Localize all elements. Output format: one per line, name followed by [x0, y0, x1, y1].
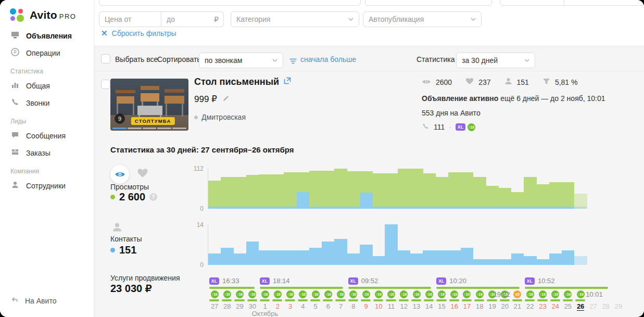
sidebar-item-label: Сотрудники — [26, 182, 66, 190]
date-label: 25 — [561, 302, 574, 310]
date-label: 3 — [284, 302, 297, 310]
date-label: 10 — [372, 302, 385, 310]
contacts-bar — [360, 245, 373, 265]
contacts-bar — [435, 250, 448, 265]
boost-up10-badge: ↑10 — [299, 290, 307, 298]
date-label: 6 — [322, 302, 335, 310]
xl-segment-header: XL16:33 — [209, 277, 239, 285]
views-bar — [423, 173, 436, 209]
xl-start-time: 09:52 — [361, 277, 378, 285]
date-label: 2 — [271, 302, 284, 310]
reset-filters-link[interactable]: ✕ Сбросить фильтры — [101, 29, 176, 38]
views-ymax-label: 112 — [185, 165, 204, 172]
price-from-input[interactable] — [99, 11, 161, 27]
chat-icon — [10, 130, 20, 141]
views-chart — [208, 168, 625, 209]
xl-badge: XL — [525, 277, 535, 285]
boost-day-bar — [323, 299, 333, 301]
boost-up10-badge: ↑10 — [476, 290, 484, 298]
views-overlay-bar — [297, 192, 310, 209]
boost-promo-badge: ↑10 — [468, 123, 475, 131]
listing-title[interactable]: Стол письменный — [194, 77, 279, 87]
sidebar-item-operations[interactable]: ₽ Операции — [0, 44, 94, 61]
boost-day-bar — [424, 299, 434, 301]
boost-day-bar — [209, 299, 219, 301]
favorites-toggle[interactable] — [137, 168, 148, 180]
views-overlay-bar — [360, 193, 373, 209]
views-bar — [562, 182, 575, 209]
sidebar-item-to-avito[interactable]: На Авито — [0, 293, 94, 309]
filter-range-cutoff[interactable] — [500, 0, 644, 6]
sidebar-item-orders[interactable]: Заказы — [0, 144, 94, 161]
help-icon[interactable]: ? — [149, 193, 157, 201]
boost-day-bar — [260, 299, 270, 301]
stats-period-label: Статистика — [416, 55, 455, 64]
views-toggle[interactable] — [110, 165, 129, 184]
contacts-bar — [562, 250, 575, 265]
boost-up10-badge: ↑10 — [223, 290, 231, 298]
contacts-bar — [486, 259, 499, 265]
sidebar-item-employees[interactable]: Сотрудники — [0, 177, 94, 194]
views-overlay-bar — [259, 207, 272, 209]
currency-symbol: ₽ — [214, 15, 219, 23]
close-icon: ✕ — [101, 29, 108, 38]
date-label: 11 — [385, 302, 398, 310]
photo-watermark-tag: СТОЛТУМБА — [131, 117, 175, 125]
boost-day-bar — [247, 299, 257, 301]
bar-chart-icon — [10, 80, 20, 91]
views-overlay-bar — [347, 207, 360, 209]
sidebar-item-calls[interactable]: Звонки — [0, 94, 94, 111]
select-all-checkbox[interactable] — [101, 54, 110, 64]
boost-day-bar — [550, 299, 560, 301]
date-label: 4 — [296, 302, 309, 310]
contacts-bar — [549, 253, 562, 265]
boost-up10-badge: ↑10 — [425, 290, 433, 298]
edit-pencil-icon[interactable] — [222, 94, 230, 105]
filters-panel: ₽ Категория Автопубликация ✕ Сбросить фи… — [94, 0, 644, 46]
views-bar — [208, 181, 221, 209]
boost-day-bar — [298, 299, 308, 301]
boost-day-bar — [234, 299, 244, 301]
views-bar — [385, 173, 398, 209]
listing-location: Дмитровская — [201, 113, 246, 121]
search-input-cutoff[interactable] — [99, 0, 361, 6]
boost-up10-badge: ↑10 — [248, 290, 256, 298]
views-overlay-bar — [511, 207, 524, 209]
calls-count: 111 — [434, 123, 445, 131]
green-dot-icon — [110, 195, 115, 199]
listing-photo[interactable]: 9 СТОЛТУМБА — [110, 79, 188, 131]
sidebar-item-general[interactable]: Общая — [0, 77, 94, 94]
ruble-circle-icon: ₽ — [10, 47, 20, 58]
listing-phone-row: 111 · XL ↑10 — [422, 122, 475, 132]
external-link-icon[interactable] — [283, 77, 292, 87]
category-select[interactable]: Категория — [231, 11, 359, 27]
boost-day-bar — [512, 299, 522, 301]
boost-up10-badge: ↑10 — [577, 290, 585, 298]
boost-up10-badge: ↑10 — [413, 290, 421, 298]
boost-up10-badge: ↑10 — [564, 290, 572, 298]
stats-period-select[interactable]: за 30 дней — [456, 53, 535, 68]
avito-pro-logo[interactable]: AvitoPRO — [9, 7, 76, 23]
select-all-label: Выбрать все — [115, 55, 158, 64]
boost-up10-badge: ↑10 — [551, 290, 559, 298]
month-label: Октябрь — [239, 310, 291, 317]
views-bar — [372, 173, 385, 209]
date-label: 15 — [435, 302, 448, 310]
listing-checkbox[interactable] — [101, 80, 110, 89]
sort-order-link[interactable]: сначала больше — [300, 55, 356, 64]
sidebar-item-ads[interactable]: Объявления — [0, 27, 94, 44]
sidebar-item-messages[interactable]: Сообщения — [0, 127, 94, 144]
views-overlay-bar — [208, 207, 221, 209]
filter-input-cutoff[interactable] — [365, 0, 492, 6]
eye-icon — [422, 78, 431, 86]
brand-name: AvitoPRO — [30, 9, 76, 21]
autopublish-select[interactable]: Автопубликация — [363, 11, 482, 27]
views-overlay-bar — [499, 207, 512, 209]
person-icon — [10, 180, 20, 191]
sort-select[interactable]: по звонкам — [199, 53, 283, 68]
blue-dot-icon — [110, 248, 115, 252]
views-overlay-bar — [284, 207, 297, 209]
contacts-bar — [208, 253, 221, 265]
contacts-total: 151 — [119, 244, 136, 256]
date-label: 7 — [334, 302, 347, 310]
